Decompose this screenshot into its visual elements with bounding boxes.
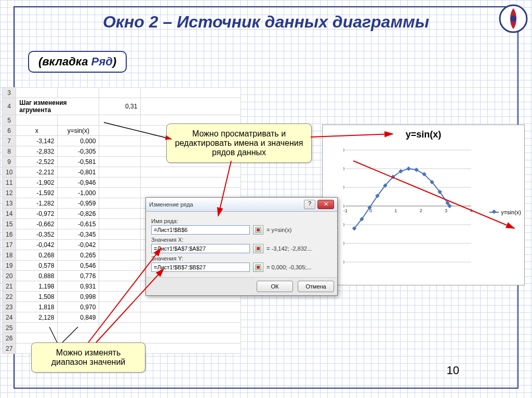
- y-sample: = 0,000; -0,305;...: [267, 264, 312, 270]
- name-label: Имя ряда:: [151, 218, 332, 224]
- range-select-icon[interactable]: [253, 263, 263, 272]
- row-header: 7: [3, 136, 16, 146]
- legend-marker-icon: [489, 212, 499, 213]
- row-header: 14: [3, 209, 16, 219]
- subtitle-badge: (вкладка Ряд): [28, 51, 127, 73]
- row-header: 17: [3, 240, 16, 250]
- row-header: 18: [3, 250, 16, 260]
- cell-y: [58, 115, 99, 126]
- row-header: 10: [3, 167, 16, 177]
- row-header: 23: [3, 302, 16, 312]
- cell-y: -0,826: [58, 209, 99, 219]
- row-header: 5: [3, 115, 16, 126]
- chart-title: y=sin(x): [323, 125, 524, 144]
- x-sample: = -3,142; -2,832...: [267, 245, 312, 252]
- cell-y: -0,946: [58, 177, 99, 188]
- dialog-title: Изменение ряда: [149, 201, 304, 208]
- svg-text:2: 2: [420, 208, 422, 213]
- row-header: 15: [3, 219, 16, 229]
- row-header: 20: [3, 271, 16, 281]
- callout-bottom: Можно изменять диапазон значений: [31, 342, 145, 373]
- cell-x: 2,128: [16, 312, 58, 323]
- chart-legend: y=sin(x): [489, 209, 521, 215]
- svg-text:1: 1: [394, 208, 397, 213]
- cell-x: 0,578: [16, 260, 58, 271]
- cell-y: [58, 88, 99, 98]
- svg-text:1,500: 1,500: [343, 148, 344, 153]
- row-header: 25: [3, 323, 16, 333]
- range-select-icon[interactable]: [253, 244, 263, 253]
- name-sample: = y=sin(x): [267, 227, 291, 233]
- svg-rect-37: [414, 168, 418, 172]
- cell-x: 0,268: [16, 250, 58, 260]
- cell-y: 0,546: [58, 260, 99, 271]
- svg-text:0,500: 0,500: [343, 185, 344, 190]
- cell-x: 1,818: [16, 302, 58, 312]
- cell-x: -1,592: [16, 188, 58, 198]
- subtitle-prefix: (вкладка: [38, 55, 91, 68]
- cell-y: [58, 333, 99, 344]
- step-value: 0,31: [99, 98, 141, 115]
- cell-x: -2,212: [16, 167, 58, 177]
- cell-y: -0,042: [58, 240, 99, 250]
- cell-x: 0,888: [16, 271, 58, 281]
- callout-top: Можно просматривать и редактировать имен…: [166, 123, 312, 163]
- series-name-input[interactable]: [151, 225, 250, 235]
- cell-x: -2,832: [16, 146, 58, 157]
- legend-label: y=sin(x): [501, 209, 521, 215]
- chart: y=sin(x) -1,500-1,000-0,5000,0000,5001,0…: [322, 125, 525, 285]
- cell-y: 0,931: [58, 281, 99, 292]
- cell-x: [16, 333, 58, 344]
- x-label: Значения X:: [151, 237, 332, 243]
- svg-rect-3: [257, 228, 260, 231]
- cell-x: [16, 323, 58, 333]
- y-label: Значения Y:: [151, 255, 332, 262]
- cell-y: -0,615: [58, 219, 99, 229]
- range-select-icon[interactable]: [253, 225, 263, 235]
- edit-series-dialog: Изменение ряда ? ✕ Имя ряда: = y=sin(x) …: [145, 197, 338, 296]
- cell-y: 0,849: [58, 312, 99, 323]
- row-header: 24: [3, 312, 16, 323]
- svg-rect-36: [406, 167, 410, 171]
- cancel-button[interactable]: Отмена: [298, 281, 334, 292]
- cell-x: -0,352: [16, 229, 58, 240]
- cell-y: 0,998: [58, 292, 99, 302]
- cell-y: -1,000: [58, 188, 99, 198]
- cell-y: -0,345: [58, 229, 99, 240]
- cell-x: -0,662: [16, 219, 58, 229]
- cell-y: -0,801: [58, 167, 99, 177]
- svg-rect-5: [257, 247, 260, 250]
- cell-x: -1,282: [16, 198, 58, 209]
- ok-button[interactable]: ОК: [257, 281, 293, 292]
- svg-text:-1,500: -1,500: [343, 259, 344, 265]
- cell-y: 0,970: [58, 302, 99, 312]
- cell-x: -0,042: [16, 240, 58, 250]
- close-button[interactable]: ✕: [317, 200, 334, 209]
- row-header: 16: [3, 229, 16, 240]
- help-button[interactable]: ?: [304, 200, 315, 209]
- row-header: 22: [3, 292, 16, 302]
- cell-x: -3,142: [16, 136, 58, 146]
- y-values-input[interactable]: [151, 263, 250, 272]
- row-header: 11: [3, 177, 16, 188]
- row-header: 19: [3, 260, 16, 271]
- svg-text:4: 4: [470, 208, 472, 213]
- cell-x: 1,508: [16, 292, 58, 302]
- col-header-x: x: [16, 126, 58, 136]
- row-header: 6: [3, 126, 16, 136]
- row-header: 3: [3, 88, 16, 98]
- step-label: Шаг изменения агрумента: [16, 98, 99, 115]
- cell-x: [16, 88, 58, 98]
- col-header-y: y=sin(x): [58, 126, 99, 136]
- cell-y: 0,776: [58, 271, 99, 281]
- row-header: 13: [3, 198, 16, 209]
- logo: [499, 4, 528, 33]
- svg-text:-1,000: -1,000: [343, 241, 344, 246]
- cell-y: 0,265: [58, 250, 99, 260]
- cell-y: -0,959: [58, 198, 99, 209]
- svg-text:1,000: 1,000: [343, 166, 344, 171]
- subtitle-em: Ряд: [91, 55, 113, 68]
- svg-rect-7: [257, 266, 260, 269]
- x-values-input[interactable]: [151, 244, 250, 253]
- cell-x: -1,902: [16, 177, 58, 188]
